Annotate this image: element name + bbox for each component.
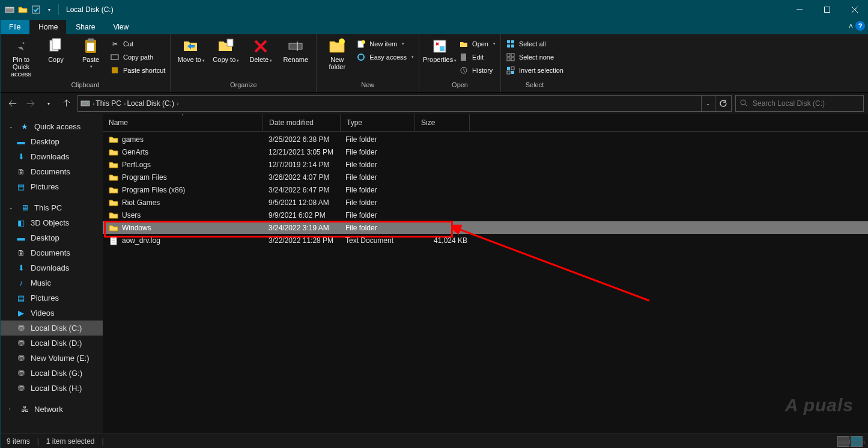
minimize-ribbon-icon[interactable]: ᐱ	[849, 23, 853, 29]
breadcrumb-current[interactable]: Local Disk (C:)	[127, 99, 174, 108]
sidebar-item-drive-d[interactable]: ⛃Local Disk (D:)	[1, 336, 103, 351]
back-button[interactable]: 🡠	[5, 96, 20, 111]
sidebar-item-3d-objects[interactable]: ◧3D Objects	[1, 215, 103, 230]
column-size[interactable]: Size	[415, 114, 470, 131]
tab-file[interactable]: File	[1, 20, 29, 34]
open-icon	[459, 39, 469, 49]
folder-icon	[109, 173, 118, 182]
file-type: File folder	[339, 161, 413, 169]
tab-home[interactable]: Home	[30, 20, 66, 34]
help-icon[interactable]: ?	[855, 21, 865, 31]
file-type: File folder	[339, 211, 413, 219]
svg-point-41	[741, 100, 745, 105]
pictures-icon: ▤	[16, 182, 26, 192]
folder-icon	[109, 185, 118, 195]
status-item-count: 9 items	[7, 437, 30, 446]
breadcrumb-dropdown-icon[interactable]: ⌄	[701, 96, 714, 111]
file-row[interactable]: PerfLogs12/7/2019 2:14 PMFile folder	[103, 158, 868, 171]
svg-point-19	[339, 38, 345, 44]
select-all-button[interactable]: Select all	[506, 38, 563, 50]
new-folder-button[interactable]: New folder	[321, 37, 353, 70]
svg-rect-13	[112, 67, 118, 73]
sidebar-item-downloads[interactable]: ⬇Downloads	[1, 149, 103, 164]
move-to-button[interactable]: Move to▾	[175, 37, 207, 64]
refresh-button[interactable]	[715, 96, 731, 111]
qat-checkbox-icon[interactable]	[31, 4, 41, 15]
select-none-button[interactable]: Select none	[506, 51, 563, 63]
open-button[interactable]: Open▾	[459, 38, 496, 50]
file-row[interactable]: Windows3/24/2022 3:19 AMFile folder	[103, 221, 868, 234]
sidebar-item-pictures-2[interactable]: ▤Pictures	[1, 290, 103, 305]
recent-dropdown[interactable]: ▾	[41, 96, 56, 111]
sidebar-item-documents-2[interactable]: 🗎Documents	[1, 245, 103, 260]
edit-button[interactable]: Edit	[459, 51, 496, 63]
svg-rect-24	[440, 46, 445, 51]
sidebar-item-quick-access[interactable]: ⌄★Quick access	[1, 119, 103, 134]
up-button[interactable]: 🡡	[59, 96, 74, 111]
paste-button[interactable]: Paste ▾	[75, 37, 106, 69]
maximize-button[interactable]	[813, 1, 841, 19]
sidebar-item-drive-c[interactable]: ⛃Local Disk (C:)	[1, 321, 103, 336]
breadcrumb[interactable]: › This PC› Local Disk (C:)› ⌄	[77, 95, 732, 112]
properties-button[interactable]: Properties▾	[424, 37, 455, 64]
svg-rect-4	[825, 7, 830, 13]
pin-to-quick-access-button[interactable]: Pin to Quick access	[5, 37, 37, 78]
address-bar: 🡠 🡢 ▾ 🡡 › This PC› Local Disk (C:)› ⌄	[1, 93, 868, 114]
svg-rect-28	[511, 40, 514, 43]
sidebar-item-desktop[interactable]: ▬Desktop	[1, 134, 103, 149]
file-row[interactable]: Program Files (x86)3/24/2022 6:47 PMFile…	[103, 183, 868, 196]
sidebar-item-music[interactable]: ♪Music	[1, 275, 103, 290]
qat-folder-icon[interactable]	[17, 4, 28, 15]
column-name[interactable]: ˄Name	[103, 114, 263, 131]
sidebar-item-documents[interactable]: 🗎Documents	[1, 164, 103, 179]
rename-button[interactable]: Rename	[280, 37, 311, 63]
history-button[interactable]: History	[459, 64, 496, 76]
column-type[interactable]: Type	[341, 114, 415, 131]
file-row[interactable]: games3/25/2022 6:38 PMFile folder	[103, 133, 868, 146]
sidebar-item-pictures[interactable]: ▤Pictures	[1, 179, 103, 194]
delete-button[interactable]: Delete▾	[245, 37, 276, 64]
copy-to-button[interactable]: Copy to▾	[210, 37, 241, 64]
network-icon: 🖧	[20, 405, 29, 414]
search-input[interactable]	[751, 99, 860, 108]
column-date[interactable]: Date modified	[263, 114, 341, 131]
copy-button[interactable]: Copy	[40, 37, 71, 63]
qat-dropdown-icon[interactable]: ▾	[44, 4, 55, 15]
file-date: 3/25/2022 6:38 PM	[263, 135, 339, 144]
minimize-button[interactable]	[786, 1, 813, 19]
file-row[interactable]: GenArts12/21/2021 3:05 PMFile folder	[103, 146, 868, 158]
sidebar-item-network[interactable]: ›🖧Network	[1, 402, 103, 417]
easy-access-button[interactable]: Easy access▾	[356, 51, 414, 63]
sidebar-item-drive-e[interactable]: ⛃New Volume (E:)	[1, 351, 103, 366]
ribbon-group-select: Select all Select none Invert selection …	[501, 34, 568, 92]
file-name: Program Files (x86)	[122, 186, 185, 194]
tab-share[interactable]: Share	[67, 20, 103, 34]
svg-rect-32	[511, 54, 514, 57]
pictures-icon: ▤	[16, 293, 26, 303]
invert-selection-button[interactable]: Invert selection	[506, 64, 563, 76]
tab-view[interactable]: View	[105, 20, 137, 34]
paste-shortcut-button[interactable]: Paste shortcut	[110, 64, 165, 76]
sidebar-item-drive-g[interactable]: ⛃Local Disk (G:)	[1, 366, 103, 381]
search-box[interactable]	[735, 95, 864, 112]
file-row[interactable]: Users9/9/2021 6:02 PMFile folder	[103, 209, 868, 221]
file-row[interactable]: Riot Games9/5/2021 12:08 AMFile folder	[103, 196, 868, 209]
close-button[interactable]	[841, 1, 868, 19]
sidebar-item-videos[interactable]: ▶Videos	[1, 305, 103, 321]
sidebar-item-this-pc[interactable]: ⌄🖥This PC	[1, 200, 103, 215]
drive-icon: ⛃	[16, 384, 26, 393]
new-item-button[interactable]: New item▾	[356, 38, 414, 50]
sidebar-item-desktop-2[interactable]: ▬Desktop	[1, 230, 103, 245]
documents-icon: 🗎	[16, 248, 26, 258]
svg-point-22	[358, 54, 364, 60]
svg-line-42	[745, 104, 747, 106]
file-row[interactable]: Program Files3/26/2022 4:07 PMFile folde…	[103, 171, 868, 183]
sidebar-item-drive-h[interactable]: ⛃Local Disk (H:)	[1, 381, 103, 396]
copy-path-button[interactable]: Copy path	[110, 51, 165, 63]
file-row[interactable]: aow_drv.log3/22/2022 11:28 PMText Docume…	[103, 234, 868, 247]
forward-button[interactable]: 🡢	[23, 96, 38, 111]
sidebar-item-downloads-2[interactable]: ⬇Downloads	[1, 260, 103, 275]
file-date: 12/21/2021 3:05 PM	[263, 148, 339, 156]
breadcrumb-root[interactable]: This PC	[96, 99, 121, 108]
cut-button[interactable]: ✂Cut	[110, 38, 165, 50]
